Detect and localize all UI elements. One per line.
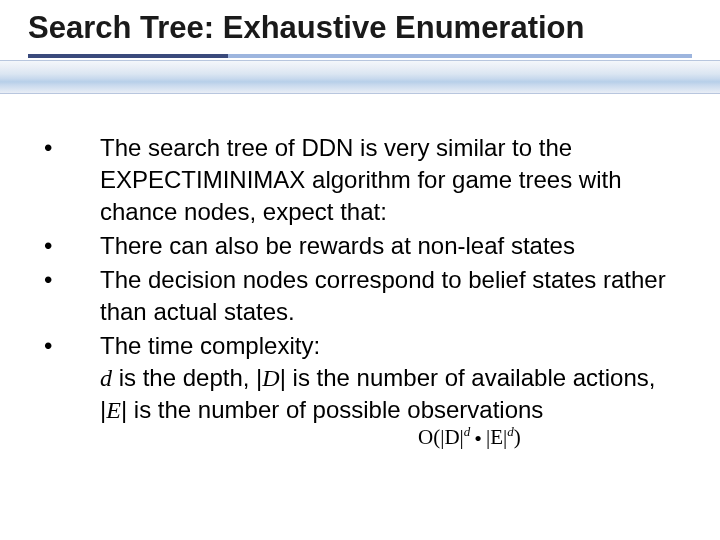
bullet-marker: • (44, 330, 100, 362)
title-underline (28, 54, 692, 58)
bullet-marker: • (44, 132, 100, 164)
text: is the depth, | (112, 364, 262, 391)
bullet-row: • The time complexity: d is the depth, |… (44, 330, 676, 426)
slide: Search Tree: Exhaustive Enumeration • Th… (0, 0, 720, 540)
complexity-formula: O(|D|d•|E|d) (418, 424, 521, 450)
body-content: • The search tree of DDN is very similar… (0, 94, 720, 426)
bullet-marker: • (44, 264, 100, 296)
text: The time complexity: (100, 332, 320, 359)
bullet-row: • The search tree of DDN is very similar… (44, 132, 676, 228)
f-pre: O(| (418, 425, 444, 449)
decorative-band (0, 60, 720, 94)
underline-light (228, 54, 692, 58)
f-sup1: d (464, 424, 471, 439)
var-D: D (262, 365, 279, 391)
f-post: ) (514, 425, 521, 449)
bullet-row: • The decision nodes correspond to belie… (44, 264, 676, 328)
title-area: Search Tree: Exhaustive Enumeration (0, 0, 720, 46)
var-d: d (100, 365, 112, 391)
bullet-marker: • (44, 230, 100, 262)
bullet-text: The search tree of DDN is very similar t… (100, 132, 676, 228)
slide-title: Search Tree: Exhaustive Enumeration (28, 10, 692, 46)
bullet-text: There can also be rewards at non-leaf st… (100, 230, 676, 262)
text: | is the number of possible observations (121, 396, 543, 423)
bullet-text: The time complexity: d is the depth, |D|… (100, 330, 676, 426)
underline-dark (28, 54, 228, 58)
bullet-row: • There can also be rewards at non-leaf … (44, 230, 676, 262)
var-E: E (106, 397, 121, 423)
bullet-text: The decision nodes correspond to belief … (100, 264, 676, 328)
f-D: D (444, 425, 459, 449)
f-E: E (490, 425, 503, 449)
